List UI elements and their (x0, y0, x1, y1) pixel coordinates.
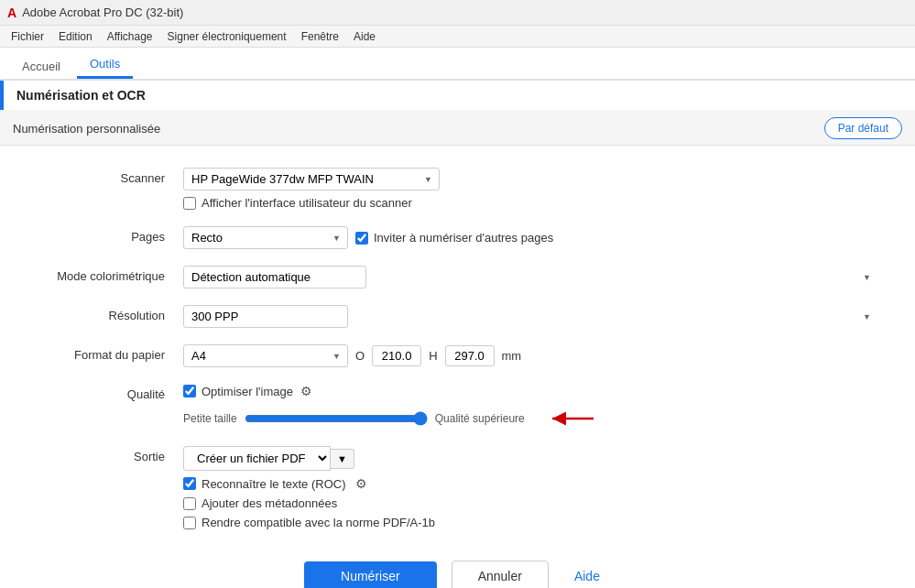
resolution-select-wrapper: 300 PPP (183, 305, 878, 328)
sortie-row: Sortie Créer un fichier PDF ▼ Reconnaîtr… (37, 446, 878, 529)
slider-row: Petite taille Qualité supérieure (183, 408, 878, 430)
annuler-button[interactable]: Annuler (452, 561, 549, 588)
scanner-label: Scanner (37, 168, 183, 185)
inviter-checkbox-label[interactable]: Inviter à numériser d'autres pages (355, 231, 553, 245)
tab-bar: Accueil Outils (0, 48, 915, 81)
sortie-select[interactable]: Créer un fichier PDF (183, 446, 331, 471)
optimiser-text: Optimiser l'image (202, 385, 293, 398)
menu-fichier[interactable]: Fichier (4, 28, 51, 45)
scanner-row: Scanner HP PageWide 377dw MFP TWAIN Affi… (37, 168, 878, 210)
qualite-row: Qualité Optimiser l'image ⚙ Petite taill… (37, 384, 878, 430)
ajouter-text: Ajouter des métadonnées (202, 496, 337, 510)
qualite-control: Optimiser l'image ⚙ Petite taille Qualit… (183, 384, 878, 430)
pages-select[interactable]: Recto (183, 226, 348, 249)
inviter-text: Inviter à numériser d'autres pages (374, 231, 553, 245)
sortie-control: Créer un fichier PDF ▼ Reconnaître le te… (183, 446, 878, 529)
main-content: Scanner HP PageWide 377dw MFP TWAIN Affi… (0, 146, 915, 588)
resolution-select[interactable]: 300 PPP (183, 305, 348, 328)
menu-fenetre[interactable]: Fenêtre (294, 28, 346, 45)
app-icon: A (7, 5, 16, 20)
reconnaitre-checkbox-label[interactable]: Reconnaître le texte (ROC) ⚙ (183, 476, 878, 491)
menu-bar: Fichier Edition Affichage Signer électro… (0, 26, 915, 48)
reconnaitre-gear-icon[interactable]: ⚙ (355, 476, 370, 491)
format-label: Format du papier (37, 344, 183, 362)
format-row: Format du papier A4 O H mm (37, 344, 878, 367)
reconnaitre-text: Reconnaître le texte (ROC) (202, 477, 346, 491)
qualite-label: Qualité (37, 384, 183, 401)
resolution-label: Résolution (37, 305, 183, 322)
show-interface-checkbox[interactable] (183, 197, 196, 210)
pages-label: Pages (37, 226, 183, 244)
reconnaitre-checkbox[interactable] (183, 477, 196, 490)
format-select-wrapper: A4 (183, 344, 348, 367)
red-arrow-annotation (543, 408, 598, 430)
mode-control: Détection automatique (183, 266, 878, 289)
quality-slider[interactable] (245, 411, 428, 426)
mode-row: Mode colorimétrique Détection automatiqu… (37, 266, 878, 289)
format-h-label: H (429, 349, 437, 363)
format-select[interactable]: A4 (183, 344, 348, 367)
tab-outils[interactable]: Outils (77, 51, 133, 79)
scanner-select[interactable]: HP PageWide 377dw MFP TWAIN (183, 168, 440, 191)
section-header: Numérisation et OCR (0, 81, 915, 110)
aide-button[interactable]: Aide (563, 561, 611, 588)
ajouter-checkbox[interactable] (183, 497, 196, 510)
sub-header: Numérisation personnalisée Par défaut (0, 112, 915, 146)
menu-signer[interactable]: Signer électroniquement (160, 28, 294, 45)
tab-accueil[interactable]: Accueil (9, 54, 73, 79)
rendre-compatible-checkbox[interactable] (183, 517, 196, 529)
pages-row: Pages Recto Inviter à numériser d'autres… (37, 226, 878, 249)
show-interface-checkbox-label[interactable]: Afficher l'interface utilisateur du scan… (183, 196, 878, 210)
petite-taille-label: Petite taille (183, 412, 237, 425)
format-height-input[interactable] (445, 345, 495, 366)
optimiser-checkbox-label[interactable]: Optimiser l'image (183, 385, 293, 398)
menu-affichage[interactable]: Affichage (100, 28, 160, 45)
mode-label: Mode colorimétrique (37, 266, 183, 283)
format-unit-label: mm (502, 349, 522, 363)
mode-select[interactable]: Détection automatique (183, 266, 366, 289)
scanner-control: HP PageWide 377dw MFP TWAIN Afficher l'i… (183, 168, 878, 210)
menu-aide[interactable]: Aide (346, 28, 383, 45)
ajouter-checkbox-label[interactable]: Ajouter des métadonnées (183, 496, 878, 510)
pages-select-wrapper: Recto (183, 226, 348, 249)
menu-edition[interactable]: Edition (51, 28, 100, 45)
mode-select-wrapper: Détection automatique (183, 266, 878, 289)
rendre-compatible-text: Rendre compatible avec la norme PDF/A-1b (202, 516, 435, 529)
optimiser-gear-icon[interactable]: ⚙ (300, 384, 315, 398)
numeriser-button[interactable]: Numériser (304, 561, 437, 588)
format-o-label: O (355, 349, 365, 363)
title-bar: A Adobe Acrobat Pro DC (32-bit) (0, 0, 915, 26)
pages-control: Recto Inviter à numériser d'autres pages (183, 226, 878, 249)
title-bar-text: Adobe Acrobat Pro DC (32-bit) (22, 5, 183, 19)
par-defaut-button[interactable]: Par défaut (824, 117, 902, 139)
format-width-input[interactable] (372, 345, 421, 366)
resolution-control: 300 PPP (183, 305, 878, 328)
sortie-dropdown-arrow[interactable]: ▼ (331, 449, 354, 469)
buttons-row: Numériser Annuler Aide (37, 546, 878, 588)
resolution-row: Résolution 300 PPP (37, 305, 878, 328)
qualite-sup-label: Qualité supérieure (435, 412, 525, 425)
optimiser-checkbox[interactable] (183, 385, 196, 397)
inviter-checkbox[interactable] (355, 232, 368, 245)
sortie-label: Sortie (37, 446, 183, 463)
sortie-select-group: Créer un fichier PDF ▼ (183, 446, 354, 471)
show-interface-text: Afficher l'interface utilisateur du scan… (202, 196, 412, 210)
rendre-compatible-checkbox-label[interactable]: Rendre compatible avec la norme PDF/A-1b (183, 516, 878, 529)
format-control: A4 O H mm (183, 344, 878, 367)
sub-header-title: Numérisation personnalisée (13, 122, 160, 136)
scanner-select-wrapper: HP PageWide 377dw MFP TWAIN (183, 168, 440, 191)
